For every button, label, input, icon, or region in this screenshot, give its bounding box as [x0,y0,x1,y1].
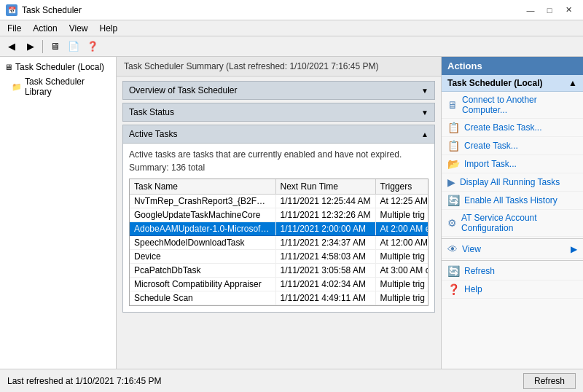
help-button[interactable]: ❓ [84,39,101,55]
table-row[interactable]: AdobeAAMUpdater-1.0-MicrosoftAccount-pi.… [130,222,429,236]
table-row[interactable]: GoogleUpdateTaskMachineCore 1/11/2021 12… [130,208,429,222]
triggers-cell: Multiple trig [375,278,429,291]
title-bar-left: 📅 Task Scheduler [6,4,82,16]
bottom-bar: Last refreshed at 1/10/2021 7:16:45 PM R… [0,369,583,392]
action-item-1[interactable]: 📋Create Basic Task... [442,119,583,137]
document-button[interactable]: 📄 [65,39,82,55]
table-row[interactable]: shell-usoscan 1/11/2021 6:19:53 AM At 6:… [130,305,429,307]
menu-help[interactable]: Help [95,22,122,35]
active-tasks-section-header[interactable]: Active Tasks ▲ [122,125,435,144]
col-header-triggers[interactable]: Triggers [375,179,429,195]
menu-file[interactable]: File [3,22,26,35]
computer-icon: 🖥 [4,63,12,71]
action-icon: 🖥 [447,99,458,111]
actions-section-header[interactable]: Task Scheduler (Local) ▲ [442,75,583,92]
task-status-section-header[interactable]: Task Status ▼ [122,103,435,122]
action-label: Help [464,284,482,294]
next-run-cell: 1/11/2021 6:19:53 AM [275,305,375,307]
action-item-9[interactable]: ❓Help [442,281,583,299]
maximize-button[interactable]: □ [541,4,558,17]
tasks-table-wrap[interactable]: Task Name Next Run Time Triggers NvTmRep… [129,179,429,306]
tasks-tbody: NvTmRep_CrashReport3_{B2FE1952-0186-46C.… [130,195,429,307]
task-name-cell: GoogleUpdateTaskMachineCore [130,208,275,222]
action-item-6[interactable]: ⚙AT Service Account Configuration [442,210,583,237]
triggers-cell: Multiple trig [375,250,429,264]
table-row[interactable]: NvTmRep_CrashReport3_{B2FE1952-0186-46C.… [130,195,429,208]
action-label: Create Task... [464,141,518,151]
action-icon: ▶ [447,176,455,188]
tree-label-local: Task Scheduler (Local) [15,62,104,72]
tree-item-local[interactable]: 🖥 Task Scheduler (Local) [0,60,116,74]
tree-item-library[interactable]: 📁 Task Scheduler Library [0,74,116,99]
submenu-arrow: ▶ [571,244,577,254]
menu-action[interactable]: Action [28,22,61,35]
tasks-table: Task Name Next Run Time Triggers NvTmRep… [130,179,429,306]
next-run-cell: 1/11/2021 12:32:26 AM [275,208,375,222]
action-item-5[interactable]: 🔄Enable All Tasks History [442,192,583,210]
next-run-cell: 1/11/2021 4:49:11 AM [275,291,375,305]
action-label: Connect to Another Computer... [462,95,577,115]
triggers-cell: At 2:00 AM ev [375,222,429,236]
next-run-cell: 1/11/2021 3:05:58 AM [275,264,375,278]
table-row[interactable]: SpeechModelDownloadTask 1/11/2021 2:34:3… [130,236,429,250]
actions-section-arrow: ▲ [568,78,577,88]
table-row[interactable]: Microsoft Compatibility Appraiser 1/11/2… [130,278,429,291]
action-icon: 📂 [447,158,460,170]
overview-arrow: ▼ [421,87,429,95]
menu-bar: File Action View Help [0,20,583,36]
action-item-4[interactable]: ▶Display All Running Tasks [442,173,583,192]
task-name-cell: AdobeAAMUpdater-1.0-MicrosoftAccount-pi.… [130,222,275,236]
col-header-task-name[interactable]: Task Name [130,179,275,195]
task-name-cell: SpeechModelDownloadTask [130,236,275,250]
task-name-cell: Schedule Scan [130,291,275,305]
action-item-2[interactable]: 📋Create Task... [442,137,583,155]
minimize-button[interactable]: — [522,4,539,17]
action-item-7[interactable]: 👁View▶ [442,240,583,259]
left-pane: 🖥 Task Scheduler (Local) 📁 Task Schedule… [0,57,117,392]
action-label: Display All Running Tasks [460,177,560,187]
triggers-cell: At 12:00 AM c [375,236,429,250]
active-tasks-content: Active tasks are tasks that are currentl… [122,144,435,313]
table-row[interactable]: Device 1/11/2021 4:58:03 AM Multiple tri… [130,250,429,264]
action-icon: 👁 [447,243,458,255]
app-icon: 📅 [6,4,17,16]
actions-header: Actions [442,57,583,75]
next-run-cell: 1/11/2021 4:02:34 AM [275,278,375,291]
task-name-cell: NvTmRep_CrashReport3_{B2FE1952-0186-46C.… [130,195,275,208]
action-label: View [462,244,566,254]
task-name-cell: Device [130,250,275,264]
action-divider [442,260,583,261]
toolbar-separator [42,40,43,53]
tree-label-library: Task Scheduler Library [25,77,111,97]
action-icon: ⚙ [447,217,457,229]
toolbar: ◀ ▶ 🖥 📄 ❓ [0,36,583,57]
task-name-cell: PcaPatchDbTask [130,264,275,278]
actions-section-label: Task Scheduler (Local) [447,78,542,88]
overview-section-header[interactable]: Overview of Task Scheduler ▼ [122,81,435,100]
bottom-refresh-button[interactable]: Refresh [523,373,576,389]
action-item-8[interactable]: 🔄Refresh [442,262,583,281]
menu-view[interactable]: View [65,22,93,35]
folder-icon: 📁 [12,82,22,92]
action-divider [442,238,583,239]
active-tasks-label: Active Tasks [129,129,177,139]
action-label: AT Service Account Configuration [461,213,577,233]
action-icon: 🔄 [447,195,460,206]
computer-button[interactable]: 🖥 [46,39,63,55]
action-label: Enable All Tasks History [464,195,557,205]
forward-button[interactable]: ▶ [22,39,39,55]
action-item-0[interactable]: 🖥Connect to Another Computer... [442,92,583,119]
summary-header: Task Scheduler Summary (Last refreshed: … [117,57,441,77]
task-status-arrow: ▼ [421,109,429,117]
table-row[interactable]: Schedule Scan 1/11/2021 4:49:11 AM Multi… [130,291,429,305]
back-button[interactable]: ◀ [3,39,20,55]
action-icon: ❓ [447,283,460,295]
window-controls[interactable]: — □ ✕ [522,4,577,17]
triggers-cell: Multiple trig [375,208,429,222]
close-button[interactable]: ✕ [560,4,577,17]
table-row[interactable]: PcaPatchDbTask 1/11/2021 3:05:58 AM At 3… [130,264,429,278]
action-item-3[interactable]: 📂Import Task... [442,155,583,173]
next-run-cell: 1/11/2021 2:34:37 AM [275,236,375,250]
triggers-cell: At 12:25 AM e [375,195,429,208]
col-header-next-run[interactable]: Next Run Time [275,179,375,195]
